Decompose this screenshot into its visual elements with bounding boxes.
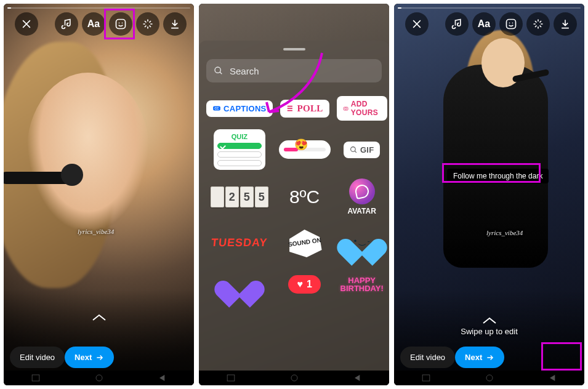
music-button[interactable] <box>445 12 469 36</box>
watermark-text: lyrics_vibe34 <box>486 229 523 236</box>
svg-rect-11 <box>227 375 235 381</box>
text-icon: Aa <box>87 18 100 30</box>
swipe-up-hint[interactable]: Swipe up to edit <box>394 317 584 336</box>
swipe-up-label: Swipe up to edit <box>461 327 518 336</box>
sticker-avatar-label: AVATAR <box>347 207 376 215</box>
sticker-addyours-label: ADD YOURS <box>351 100 381 117</box>
captions-icon: CC <box>212 104 221 113</box>
sticker-addyours[interactable]: ADD YOURS <box>337 96 387 121</box>
sticker-icon <box>505 18 517 30</box>
nav-recent-icon[interactable] <box>30 374 42 382</box>
text-button[interactable]: Aa <box>472 12 496 36</box>
sticker-heart-blue[interactable]: • ‿ - <box>345 228 379 257</box>
svg-rect-16 <box>422 375 430 381</box>
sticker-sheet-panel[interactable]: Search CC CAPTIONS POLL ADD YOURS QUIZ <box>199 41 389 371</box>
sticker-search-bar[interactable]: Search <box>206 59 382 82</box>
next-label: Next <box>465 353 482 362</box>
download-icon <box>559 18 571 30</box>
wink-face-icon: • ‿ - <box>354 236 370 246</box>
sheet-grab-handle[interactable] <box>283 48 305 50</box>
next-label: Next <box>75 353 92 362</box>
sparkle-icon <box>142 18 154 30</box>
poll-icon <box>286 104 295 113</box>
nav-recent-icon[interactable] <box>420 374 432 382</box>
sticker-emoji-slider[interactable]: 😍 <box>279 140 331 159</box>
next-button[interactable]: Next <box>455 347 504 368</box>
svg-point-4 <box>96 375 102 381</box>
heart-icon: ♥ <box>297 279 303 290</box>
sticker-gif-label: GIF <box>360 145 374 154</box>
search-placeholder: Search <box>230 66 259 76</box>
nav-back-icon[interactable] <box>156 374 169 382</box>
sticker-heart-purple[interactable] <box>223 270 256 299</box>
svg-point-5 <box>215 67 220 73</box>
edit-video-button[interactable]: Edit video <box>10 347 65 368</box>
sticker-button[interactable] <box>499 12 523 36</box>
download-icon <box>169 18 181 30</box>
svg-rect-3 <box>32 375 39 381</box>
story-progress-bar <box>7 7 190 9</box>
clock-digit: 5 <box>255 186 268 207</box>
editor-bottom-bar: Edit video Next <box>394 347 584 368</box>
sticker-quiz-label: QUIZ <box>217 133 262 140</box>
nav-home-icon[interactable] <box>93 374 105 382</box>
clock-digit: 5 <box>240 186 254 207</box>
sticker-captions[interactable]: CC CAPTIONS <box>206 100 273 117</box>
svg-point-10 <box>351 146 356 151</box>
text-button[interactable]: Aa <box>82 12 105 36</box>
nav-back-icon[interactable] <box>547 374 559 382</box>
next-button[interactable]: Next <box>65 347 114 368</box>
svg-point-14 <box>509 23 510 24</box>
svg-rect-0 <box>116 20 126 29</box>
sticker-quiz[interactable]: QUIZ <box>214 129 265 170</box>
sticker-avatar[interactable]: AVATAR <box>347 178 376 215</box>
sticker-sound-on[interactable]: SOUND ON <box>283 224 326 261</box>
close-button[interactable] <box>405 12 429 36</box>
chevron-up-icon <box>92 314 107 321</box>
text-icon: Aa <box>478 18 490 30</box>
effects-button[interactable] <box>136 12 159 36</box>
svg-rect-13 <box>507 20 516 29</box>
story-editor-screen-3: lyrics_vibe34 Aa Follow me through the d… <box>394 4 584 385</box>
camera-icon <box>343 104 348 113</box>
story-editor-screen-1: lyrics_vibe34 Aa Edit video Next <box>4 4 194 385</box>
watermark-text: lyrics_vibe34 <box>78 228 114 235</box>
sticker-sound-on-label: SOUND ON <box>281 221 329 263</box>
sticker-time[interactable]: 2 5 5 <box>211 186 268 207</box>
music-icon <box>451 18 463 30</box>
close-icon <box>411 18 423 30</box>
svg-point-17 <box>486 375 493 381</box>
sticker-temperature[interactable]: 8ºC <box>289 186 320 207</box>
android-nav-bar <box>199 371 389 385</box>
sticker-button[interactable] <box>109 12 132 36</box>
svg-point-12 <box>291 375 297 381</box>
music-button[interactable] <box>55 12 78 36</box>
editor-toolbar: Aa <box>4 12 194 36</box>
android-nav-bar <box>4 371 194 385</box>
caption-sticker[interactable]: Follow me through the dark <box>447 169 549 183</box>
arrow-right-icon <box>95 353 104 362</box>
heart-eyes-emoji-icon: 😍 <box>294 138 308 151</box>
search-icon <box>214 66 224 76</box>
download-button[interactable] <box>163 12 187 36</box>
chevron-up-icon <box>482 317 497 324</box>
sticker-captions-label: CAPTIONS <box>224 104 267 113</box>
close-icon <box>20 18 33 30</box>
music-icon <box>60 18 73 30</box>
svg-point-15 <box>512 23 513 24</box>
nav-home-icon[interactable] <box>483 374 496 382</box>
sticker-weekday[interactable]: TUESDAY <box>211 236 268 249</box>
sticker-gif[interactable]: GIF <box>344 142 381 158</box>
nav-home-icon[interactable] <box>288 374 300 382</box>
nav-recent-icon[interactable] <box>225 374 237 382</box>
sticker-happy-birthday[interactable]: HAPPY BIRTHDAY! <box>340 276 384 292</box>
nav-back-icon[interactable] <box>352 374 364 382</box>
download-button[interactable] <box>554 12 577 36</box>
effects-button[interactable] <box>526 12 550 36</box>
close-button[interactable] <box>15 12 38 36</box>
sticker-poll[interactable]: POLL <box>280 100 329 118</box>
android-nav-bar <box>394 371 584 385</box>
sticker-like-count[interactable]: ♥ 1 <box>288 275 320 294</box>
edit-video-button[interactable]: Edit video <box>400 347 455 368</box>
clock-digit <box>211 186 224 207</box>
